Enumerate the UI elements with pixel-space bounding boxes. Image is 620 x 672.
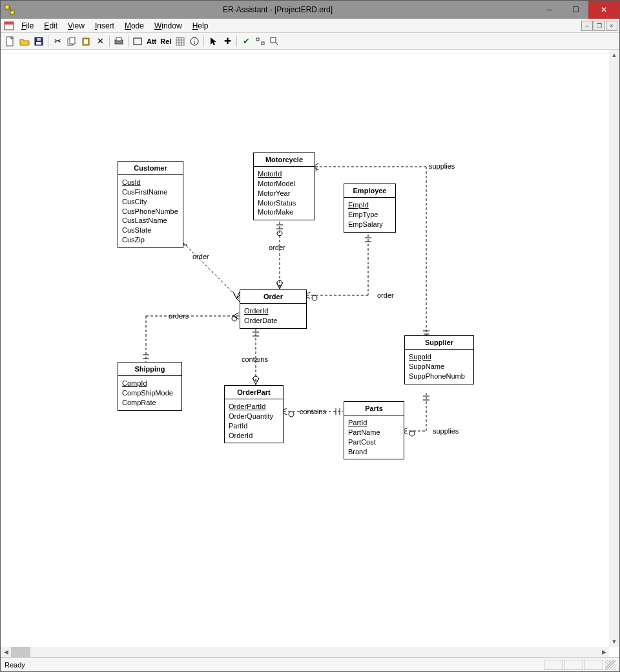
erd-canvas[interactable]: Customer CusId CusFirstName CusCity CusP… xyxy=(1,50,608,657)
entity-attributes: CompId CompShipMode CompRate xyxy=(118,376,181,410)
menu-mode[interactable]: Mode xyxy=(119,20,149,32)
window-title: ER-Assistant - [ProjectERD.erd] xyxy=(19,5,537,14)
entity-title: Employee xyxy=(344,184,395,198)
menu-file[interactable]: File xyxy=(16,20,39,32)
svg-rect-24 xyxy=(262,42,264,45)
entity-parts[interactable]: Parts PartId PartName PartCost Brand xyxy=(344,401,404,459)
entity-shipping[interactable]: Shipping CompId CompShipMode CompRate xyxy=(118,362,182,411)
svg-rect-12 xyxy=(84,39,88,44)
align-tool-icon[interactable] xyxy=(253,34,267,48)
mdi-close-button[interactable]: × xyxy=(606,21,617,31)
mdi-restore-button[interactable]: ❐ xyxy=(594,21,605,31)
relationship-label: supplies xyxy=(433,427,459,435)
entity-attributes: OrderPartId OrderQuantity PartId OrderId xyxy=(225,399,283,443)
minimize-button[interactable]: ─ xyxy=(537,1,563,19)
delete-icon[interactable]: ✕ xyxy=(93,34,107,48)
entity-attributes: SuppId SuppName SuppPhoneNumb xyxy=(405,350,473,384)
close-button[interactable]: ✕ xyxy=(588,1,619,19)
svg-rect-10 xyxy=(70,37,75,44)
open-file-icon[interactable] xyxy=(17,34,32,48)
svg-rect-14 xyxy=(116,37,121,41)
mdi-minimize-button[interactable]: – xyxy=(581,21,593,31)
svg-rect-4 xyxy=(5,22,14,25)
menu-help[interactable]: Help xyxy=(187,20,214,32)
toolbar-separator xyxy=(109,36,110,47)
toolbar: ✂ ✕ Att Rel i ✚ ✔ xyxy=(1,33,619,50)
menubar: File Edit View Insert Mode Window Help –… xyxy=(1,19,619,33)
svg-rect-8 xyxy=(37,38,41,41)
resize-grip-icon[interactable] xyxy=(605,660,615,670)
status-text: Ready xyxy=(5,661,25,669)
copy-icon[interactable] xyxy=(65,34,79,48)
svg-rect-7 xyxy=(36,42,41,45)
entity-attributes: OrderId OrderDate xyxy=(240,304,306,328)
scroll-right-arrow-icon[interactable]: ▶ xyxy=(599,647,609,657)
entity-title: Motorcycle xyxy=(254,153,315,167)
scroll-up-arrow-icon[interactable]: ▲ xyxy=(609,50,619,60)
new-file-icon[interactable] xyxy=(3,34,17,48)
move-tool-icon[interactable]: ✚ xyxy=(220,34,234,48)
toolbar-separator xyxy=(48,36,48,47)
titlebar: ER-Assistant - [ProjectERD.erd] ─ ☐ ✕ xyxy=(1,1,619,19)
toolbar-separator xyxy=(203,36,204,47)
entity-motorcycle[interactable]: Motorcycle MotorId MotorModel MotorYear … xyxy=(253,152,315,220)
entity-attributes: CusId CusFirstName CusCity CusPhoneNumbe… xyxy=(118,175,183,247)
status-cell xyxy=(584,660,603,670)
entity-title: Customer xyxy=(118,162,183,175)
relationship-connectors xyxy=(1,50,608,657)
menu-insert[interactable]: Insert xyxy=(90,20,119,32)
menu-edit[interactable]: Edit xyxy=(39,20,63,32)
relationship-label: contains xyxy=(300,408,326,415)
scroll-down-arrow-icon[interactable]: ▼ xyxy=(609,636,619,647)
svg-rect-15 xyxy=(134,38,141,45)
entity-attributes: MotorId MotorModel MotorYear MotorStatus… xyxy=(254,167,315,220)
entity-attributes: EmpId EmpType EmpSalary xyxy=(344,198,395,232)
horizontal-scrollbar[interactable]: ◀ ▶ xyxy=(1,647,609,657)
paste-icon[interactable] xyxy=(79,34,93,48)
relationship-label: order xyxy=(192,253,209,260)
document-icon xyxy=(3,21,15,31)
info-tool-icon[interactable]: i xyxy=(187,34,202,48)
entity-title: Shipping xyxy=(118,362,181,376)
grid-tool-icon[interactable] xyxy=(173,34,187,48)
vertical-scrollbar[interactable]: ▲ ▼ xyxy=(609,50,619,647)
statusbar: Ready xyxy=(1,657,619,671)
entity-title: Order xyxy=(240,290,306,304)
relationship-tool-button[interactable]: Rel xyxy=(158,34,173,48)
svg-text:i: i xyxy=(194,39,195,45)
status-cell xyxy=(564,660,583,670)
pointer-tool-icon[interactable] xyxy=(206,34,220,48)
relationship-label: contains xyxy=(242,355,268,363)
save-file-icon[interactable] xyxy=(32,34,46,48)
relationship-label: orders xyxy=(169,312,189,320)
svg-rect-0 xyxy=(5,5,9,9)
entity-title: Supplier xyxy=(405,336,473,350)
entity-supplier[interactable]: Supplier SuppId SuppName SuppPhoneNumb xyxy=(404,335,474,384)
relationship-label: order xyxy=(377,291,394,299)
toolbar-separator xyxy=(236,36,237,47)
entity-title: OrderPart xyxy=(225,386,283,399)
relationship-label: order xyxy=(269,244,285,251)
maximize-button[interactable]: ☐ xyxy=(563,1,588,19)
scroll-left-arrow-icon[interactable]: ◀ xyxy=(1,647,11,657)
svg-line-26 xyxy=(183,242,239,299)
canvas-viewport: Customer CusId CusFirstName CusCity CusP… xyxy=(1,50,619,657)
entity-title: Parts xyxy=(344,402,404,415)
menu-view[interactable]: View xyxy=(63,20,90,32)
app-icon xyxy=(5,5,15,15)
cut-icon[interactable]: ✂ xyxy=(50,34,65,48)
attribute-tool-button[interactable]: Att xyxy=(145,34,158,48)
relationship-label: supplies xyxy=(429,162,455,170)
status-cell xyxy=(544,660,563,670)
zoom-tool-icon[interactable] xyxy=(267,34,282,48)
menu-window[interactable]: Window xyxy=(149,20,187,32)
check-tool-icon[interactable]: ✔ xyxy=(239,34,253,48)
entity-employee[interactable]: Employee EmpId EmpType EmpSalary xyxy=(344,184,396,233)
entity-customer[interactable]: Customer CusId CusFirstName CusCity CusP… xyxy=(118,161,183,248)
entity-order[interactable]: Order OrderId OrderDate xyxy=(240,289,307,329)
toolbar-separator xyxy=(128,36,129,47)
print-icon[interactable] xyxy=(112,34,126,48)
entity-orderpart[interactable]: OrderPart OrderPartId OrderQuantity Part… xyxy=(224,385,284,443)
scrollbar-thumb[interactable] xyxy=(11,647,30,657)
entity-tool-icon[interactable] xyxy=(130,34,145,48)
